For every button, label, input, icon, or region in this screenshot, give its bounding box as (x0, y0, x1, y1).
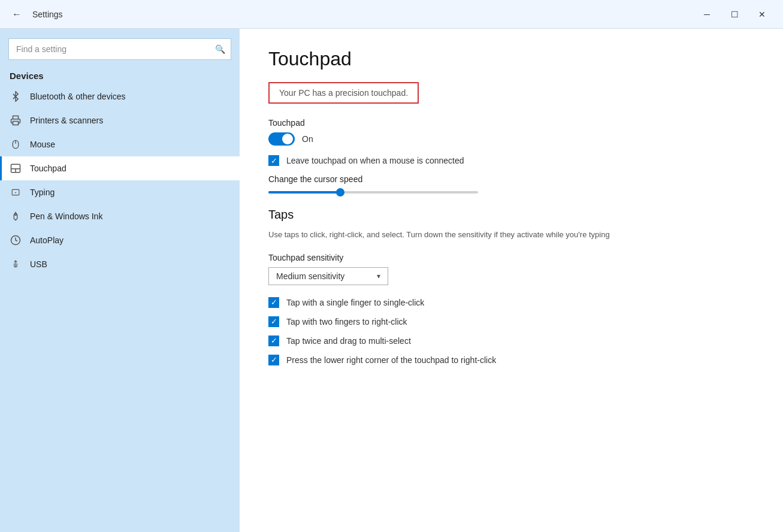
page-title: Touchpad (268, 48, 754, 70)
sidebar-label-typing: Typing (30, 188, 55, 197)
title-bar: ← Settings ─ ☐ ✕ (0, 0, 783, 29)
sidebar-label-mouse: Mouse (30, 140, 55, 149)
sidebar-label-bluetooth: Bluetooth & other devices (30, 92, 126, 101)
sidebar-label-touchpad: Touchpad (30, 164, 66, 173)
tap-single-checkbox[interactable]: ✓ (268, 297, 279, 308)
cursor-speed-label: Change the cursor speed (268, 174, 754, 184)
sidebar-section-title: Devices (0, 66, 240, 84)
touchpad-section-label: Touchpad (268, 118, 754, 128)
cursor-speed-slider[interactable] (268, 191, 478, 194)
tap-lower-row: ✓ Press the lower right corner of the to… (268, 355, 754, 365)
sidebar-item-autoplay[interactable]: AutoPlay (0, 228, 240, 252)
sidebar-item-mouse[interactable]: Mouse (0, 132, 240, 156)
autoplay-icon (10, 234, 22, 246)
bluetooth-icon (10, 90, 22, 102)
svg-rect-0 (13, 122, 19, 125)
slider-thumb[interactable] (336, 188, 344, 197)
tap-single-row: ✓ Tap with a single finger to single-cli… (268, 297, 754, 308)
toggle-knob (282, 134, 293, 144)
usb-icon (10, 258, 22, 270)
leave-touchpad-label: Leave touchpad on when a mouse is connec… (286, 156, 464, 165)
back-button[interactable]: ← (7, 5, 26, 24)
tap-two-row: ✓ Tap with two fingers to right-click (268, 316, 754, 327)
pen-icon (10, 210, 22, 222)
app-title: Settings (32, 10, 63, 19)
taps-title: Taps (268, 208, 754, 222)
sidebar-label-usb: USB (30, 259, 47, 269)
search-input[interactable] (8, 38, 231, 60)
sensitivity-dropdown[interactable]: Medium sensitivity ▾ (268, 267, 388, 285)
maximize-button[interactable]: ☐ (721, 0, 748, 29)
sidebar-label-pen: Pen & Windows Ink (30, 211, 102, 221)
tap-twice-label: Tap twice and drag to multi-select (286, 336, 411, 346)
taps-description: Use taps to click, right-click, and sele… (268, 229, 754, 241)
main-layout: 🔍 Devices Bluetooth & other devices Prin… (0, 29, 783, 532)
sensitivity-value: Medium sensitivity (276, 271, 344, 281)
sidebar-item-bluetooth[interactable]: Bluetooth & other devices (0, 84, 240, 108)
sidebar-item-touchpad[interactable]: Touchpad (0, 156, 240, 180)
touchpad-toggle[interactable] (268, 132, 295, 146)
tap-single-label: Tap with a single finger to single-click (286, 298, 424, 307)
tap-lower-checkbox[interactable]: ✓ (268, 355, 279, 365)
typing-icon (10, 186, 22, 198)
tap-two-label: Tap with two fingers to right-click (286, 317, 407, 327)
search-container: 🔍 (8, 38, 231, 60)
sidebar-label-autoplay: AutoPlay (30, 235, 64, 245)
cursor-speed-section: Change the cursor speed (268, 174, 754, 194)
close-button[interactable]: ✕ (748, 0, 776, 29)
sidebar: 🔍 Devices Bluetooth & other devices Prin… (0, 29, 240, 532)
sidebar-item-typing[interactable]: Typing (0, 180, 240, 204)
content-area: Touchpad Your PC has a precision touchpa… (240, 29, 783, 532)
leave-touchpad-row: ✓ Leave touchpad on when a mouse is conn… (268, 155, 754, 166)
touchpad-icon (10, 162, 22, 174)
tap-twice-row: ✓ Tap twice and drag to multi-select (268, 335, 754, 346)
sidebar-item-printers[interactable]: Printers & scanners (0, 108, 240, 132)
window-controls: ─ ☐ ✕ (693, 0, 776, 29)
tap-two-checkbox[interactable]: ✓ (268, 316, 279, 327)
sidebar-item-pen[interactable]: Pen & Windows Ink (0, 204, 240, 228)
leave-touchpad-checkbox[interactable]: ✓ (268, 155, 279, 166)
toggle-state-label: On (302, 134, 313, 144)
chevron-down-icon: ▾ (377, 272, 380, 280)
svg-point-15 (15, 214, 17, 216)
touchpad-toggle-row: On (268, 132, 754, 146)
printer-icon (10, 114, 22, 126)
sidebar-item-usb[interactable]: USB (0, 252, 240, 276)
precision-banner: Your PC has a precision touchpad. (268, 82, 419, 104)
slider-fill (268, 191, 340, 194)
tap-lower-label: Press the lower right corner of the touc… (286, 355, 496, 365)
mouse-icon (10, 138, 22, 150)
minimize-button[interactable]: ─ (693, 0, 721, 29)
sidebar-label-printers: Printers & scanners (30, 116, 103, 125)
tap-twice-checkbox[interactable]: ✓ (268, 335, 279, 346)
sensitivity-label: Touchpad sensitivity (268, 253, 754, 262)
